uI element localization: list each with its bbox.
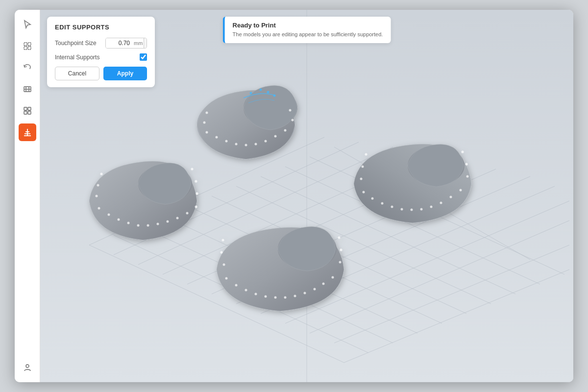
- svg-point-51: [265, 140, 267, 143]
- svg-point-104: [274, 296, 277, 299]
- svg-point-91: [460, 189, 462, 192]
- svg-point-50: [255, 143, 257, 146]
- svg-point-49: [245, 144, 247, 147]
- svg-point-114: [340, 249, 343, 251]
- svg-point-76: [97, 184, 99, 187]
- svg-point-56: [206, 112, 208, 114]
- ready-banner-text: The models you are editing appear to be …: [233, 31, 383, 38]
- user-icon[interactable]: [19, 359, 36, 376]
- layout-icon[interactable]: [19, 102, 36, 120]
- svg-point-109: [322, 283, 325, 285]
- svg-rect-1: [28, 43, 31, 46]
- svg-point-102: [255, 293, 257, 295]
- svg-point-66: [127, 222, 130, 224]
- svg-point-65: [118, 219, 120, 221]
- svg-point-81: [363, 191, 365, 194]
- spinner-down[interactable]: ▼: [144, 43, 147, 48]
- svg-point-103: [265, 295, 267, 298]
- svg-point-89: [440, 202, 442, 204]
- svg-point-101: [245, 289, 247, 292]
- touchpoint-label: Touchpoint Size: [55, 40, 97, 47]
- internal-supports-checkbox[interactable]: [140, 53, 147, 61]
- app-window: EDIT SUPPORTS Touchpoint Size mm ▲ ▼ Int…: [15, 10, 573, 382]
- svg-rect-2: [24, 47, 27, 49]
- svg-point-57: [289, 109, 292, 112]
- svg-rect-3: [28, 47, 31, 49]
- svg-point-54: [203, 122, 206, 124]
- svg-point-48: [235, 143, 238, 146]
- edit-supports-panel: EDIT SUPPORTS Touchpoint Size mm ▲ ▼ Int…: [47, 17, 155, 87]
- ready-banner-title: Ready to Print: [233, 22, 383, 29]
- svg-rect-9: [28, 107, 31, 110]
- svg-point-70: [167, 220, 169, 223]
- spinners: ▲ ▼: [144, 38, 147, 48]
- select-icon[interactable]: [19, 37, 36, 55]
- svg-point-64: [108, 214, 110, 216]
- cancel-button[interactable]: Cancel: [55, 67, 99, 80]
- internal-supports-row: Internal Supports: [55, 53, 147, 61]
- svg-point-63: [98, 207, 100, 210]
- svg-point-92: [360, 178, 363, 180]
- touchpoint-input[interactable]: mm ▲ ▼: [105, 38, 147, 49]
- svg-point-47: [225, 140, 228, 143]
- svg-point-108: [314, 288, 316, 291]
- build-plate-icon[interactable]: [19, 80, 36, 98]
- main-area: EDIT SUPPORTS Touchpoint Size mm ▲ ▼ Int…: [40, 10, 573, 382]
- svg-point-87: [420, 208, 423, 211]
- svg-point-111: [223, 264, 225, 266]
- supports-icon[interactable]: [19, 123, 36, 141]
- apply-button[interactable]: Apply: [103, 67, 147, 80]
- svg-point-61: [273, 95, 276, 97]
- spinner-up[interactable]: ▲: [144, 38, 147, 43]
- touchpoint-row: Touchpoint Size mm ▲ ▼: [55, 38, 147, 49]
- svg-point-59: [260, 89, 262, 91]
- svg-point-94: [362, 166, 364, 168]
- svg-point-106: [294, 295, 296, 297]
- ready-to-print-banner: Ready to Print The models you are editin…: [223, 17, 391, 43]
- cursor-icon[interactable]: [19, 16, 36, 33]
- svg-point-113: [220, 251, 223, 254]
- svg-point-69: [157, 223, 159, 225]
- svg-point-85: [401, 208, 403, 211]
- svg-point-77: [195, 180, 197, 183]
- touchpoint-unit: mm: [133, 40, 144, 46]
- svg-point-74: [96, 195, 98, 197]
- internal-supports-label: Internal Supports: [55, 54, 99, 61]
- sidebar: [15, 10, 40, 382]
- svg-point-16: [26, 365, 29, 368]
- svg-point-67: [137, 224, 140, 227]
- touchpoint-value-input[interactable]: [106, 38, 133, 48]
- svg-point-60: [267, 91, 270, 94]
- svg-rect-10: [24, 111, 27, 114]
- svg-point-96: [365, 153, 368, 156]
- svg-point-73: [195, 206, 197, 208]
- svg-point-115: [222, 239, 224, 242]
- svg-point-53: [284, 129, 287, 132]
- svg-point-116: [338, 237, 341, 239]
- svg-point-112: [339, 261, 342, 264]
- svg-point-99: [225, 277, 228, 280]
- svg-point-86: [411, 209, 413, 211]
- svg-point-71: [176, 217, 179, 220]
- svg-point-93: [466, 175, 469, 178]
- svg-point-46: [216, 136, 218, 139]
- svg-point-45: [206, 131, 208, 134]
- svg-rect-11: [28, 111, 31, 114]
- svg-rect-0: [24, 43, 27, 46]
- svg-point-105: [284, 296, 287, 299]
- svg-point-97: [462, 151, 464, 153]
- svg-point-58: [250, 92, 252, 95]
- svg-point-110: [332, 276, 334, 279]
- svg-point-72: [186, 212, 189, 215]
- svg-point-95: [466, 163, 468, 166]
- svg-point-78: [100, 173, 103, 175]
- svg-point-75: [196, 193, 198, 195]
- svg-rect-8: [24, 107, 27, 110]
- svg-point-88: [430, 206, 433, 208]
- undo-icon[interactable]: [19, 59, 36, 76]
- internal-supports-checkbox-wrap: [140, 53, 147, 61]
- svg-point-107: [304, 292, 306, 294]
- panel-buttons: Cancel Apply: [55, 67, 147, 80]
- svg-point-55: [292, 119, 294, 122]
- svg-point-82: [371, 197, 374, 200]
